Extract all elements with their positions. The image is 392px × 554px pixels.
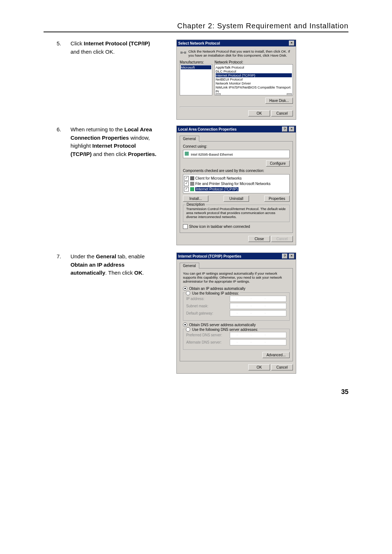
close-icon[interactable]: × (289, 127, 294, 132)
radio-icon (183, 323, 187, 327)
tab-general[interactable]: General (180, 136, 199, 141)
step-number: 7. (57, 253, 69, 261)
protocol-list[interactable]: AppleTalk Protocol DLC Protocol Internet… (215, 64, 293, 95)
ok-button[interactable]: OK (248, 110, 270, 116)
show-icon-label: Show icon in taskbar when connected (189, 225, 250, 229)
pref-dns-input: ... (230, 332, 286, 338)
checkbox-icon[interactable] (183, 224, 188, 229)
configure-button[interactable]: Configure (266, 160, 290, 167)
step5-text: Click Internet Protocol (TCP/IP) and the… (70, 40, 158, 56)
client-icon (190, 176, 194, 180)
ok-button[interactable]: OK (248, 364, 270, 370)
tcpip-description: You can get IP settings assigned automat… (183, 271, 290, 283)
select-network-protocol-dialog: Select Network Protocol × Click the Netw… (176, 40, 296, 120)
list-item[interactable]: Network Monitor Driver (216, 81, 292, 85)
chapter-header: Chapter 2: System Requirement and Instal… (44, 22, 348, 32)
help-icon[interactable]: ? (282, 127, 287, 132)
description-label: Description (185, 202, 206, 206)
list-item[interactable]: File and Printer Sharing for Microsoft N… (195, 182, 270, 186)
list-item[interactable]: NWLink IPX/SPX/NetBIOS Compatible Transp… (216, 85, 292, 93)
list-item[interactable]: AppleTalk Protocol (216, 65, 292, 69)
protocol-icon (190, 187, 194, 191)
list-item[interactable]: Internet Protocol (TCP/IP) (195, 187, 238, 191)
step-number: 5. (57, 40, 69, 48)
step-number: 6. (57, 126, 69, 134)
subnet-input: ... (230, 303, 286, 309)
protocol-label: Network Protocol: (215, 60, 293, 64)
dialog-title: Local Area Connection Properties (178, 127, 237, 131)
uninstall-button[interactable]: Uninstall (224, 196, 249, 202)
alt-dns-input: ... (230, 339, 286, 345)
components-list[interactable]: ✓Client for Microsoft Networks ✓File and… (183, 174, 290, 193)
svg-rect-0 (180, 52, 183, 54)
connect-using-label: Connect using: (183, 144, 290, 148)
cancel-button[interactable]: Cancel (271, 110, 293, 116)
properties-button[interactable]: Properties (264, 196, 290, 202)
scroll-right-icon[interactable]: ▸ (287, 93, 292, 95)
gateway-label: Default gateway: (186, 311, 230, 315)
svg-rect-1 (184, 52, 186, 54)
radio-use-ip[interactable]: Use the following IP address: (185, 291, 240, 295)
description-text: Transmission Control Protocol/Internet P… (186, 207, 286, 219)
checkbox-icon[interactable]: ✓ (184, 181, 189, 186)
manufacturers-list[interactable]: Microsoft (180, 64, 212, 95)
radio-icon (186, 327, 190, 332)
tcpip-properties-dialog: Internet Protocol (TCP/IP) Properties ? … (176, 253, 296, 374)
cancel-button: Cancel (271, 236, 293, 242)
components-label: Components checked are used by this conn… (183, 169, 290, 173)
step6-text: When returning to the Local Area Connect… (70, 126, 158, 158)
radio-icon (183, 286, 187, 291)
radio-obtain-ip-auto[interactable]: Obtain an IP address automatically (183, 286, 290, 291)
adapter-icon (185, 152, 189, 156)
list-item[interactable]: Client for Microsoft Networks (195, 176, 242, 180)
ip-address-label: IP address: (186, 297, 230, 301)
radio-icon (186, 291, 190, 295)
scroll-left-icon[interactable]: ◂ (216, 93, 221, 95)
help-icon[interactable]: ? (282, 254, 287, 259)
tab-general[interactable]: General (180, 263, 199, 268)
step7-text: Under the General tab, enable Obtain an … (70, 253, 158, 277)
ip-address-input: ... (230, 296, 286, 302)
subnet-label: Subnet mask: (186, 304, 230, 308)
have-disk-button[interactable]: Have Disk... (265, 98, 293, 104)
radio-use-dns[interactable]: Use the following DNS server addresses: (185, 327, 259, 332)
list-item[interactable]: Internet Protocol (TCP/IP) (216, 73, 292, 77)
manufacturers-label: Manufacturers: (180, 60, 212, 64)
dialog-title: Select Network Protocol (178, 41, 220, 45)
adapter-field: Intel 82595-Based Ethernet (183, 150, 290, 158)
checkbox-icon[interactable]: ✓ (184, 187, 189, 192)
dialog-title: Internet Protocol (TCP/IP) Properties (178, 254, 241, 258)
list-item[interactable]: Microsoft (181, 65, 211, 69)
cancel-button[interactable]: Cancel (271, 364, 293, 370)
install-button[interactable]: Install... (183, 196, 208, 202)
advanced-button[interactable]: Advanced... (262, 352, 290, 358)
close-icon[interactable]: × (289, 254, 294, 259)
share-icon (190, 182, 194, 186)
list-item[interactable]: NetBEUI Protocol (216, 77, 292, 81)
pref-dns-label: Preferred DNS server: (186, 333, 230, 337)
lan-properties-dialog: Local Area Connection Properties ? × Gen… (176, 126, 296, 245)
close-button[interactable]: Close (248, 236, 270, 242)
list-item[interactable]: DLC Protocol (216, 69, 292, 73)
alt-dns-label: Alternate DNS server: (186, 340, 230, 344)
page-number: 35 (44, 388, 348, 396)
radio-obtain-dns-auto[interactable]: Obtain DNS server address automatically (183, 323, 290, 327)
gateway-input: ... (230, 310, 286, 316)
close-icon[interactable]: × (289, 41, 294, 46)
network-icon (180, 49, 188, 57)
checkbox-icon[interactable]: ✓ (184, 176, 189, 181)
dialog-description: Click the Network Protocol that you want… (188, 49, 293, 57)
